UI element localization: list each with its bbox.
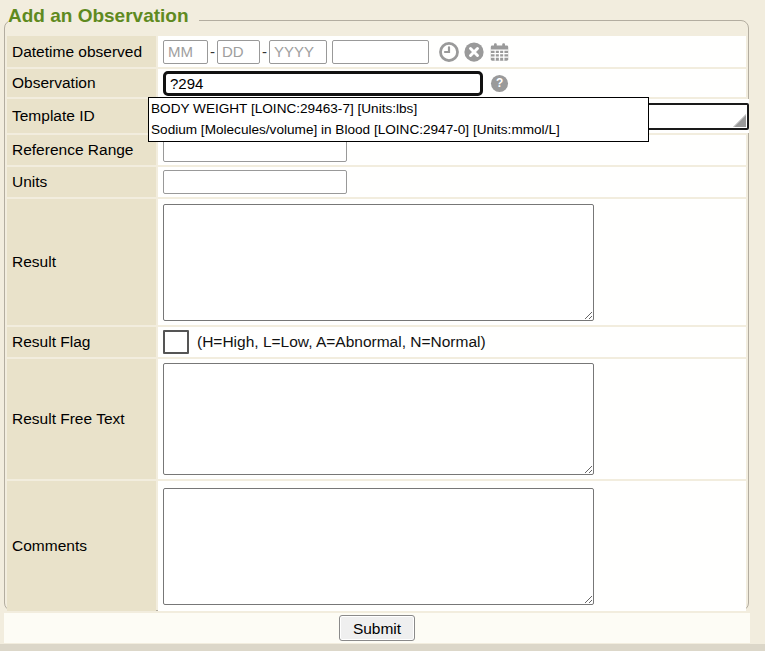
day-input[interactable] bbox=[217, 40, 260, 64]
help-icon[interactable]: ? bbox=[490, 74, 509, 93]
datetime-observed-row: Datetime observed - - bbox=[7, 36, 746, 67]
calendar-icon[interactable] bbox=[488, 41, 511, 63]
result-label: Result bbox=[7, 199, 156, 325]
units-field bbox=[158, 167, 746, 197]
units-label: Units bbox=[7, 167, 156, 197]
datetime-observed-field: - - bbox=[158, 36, 746, 67]
comments-textarea[interactable] bbox=[163, 488, 594, 605]
autocomplete-item[interactable]: Sodium [Molecules/volume] in Blood [LOIN… bbox=[151, 119, 645, 140]
comments-row: Comments bbox=[7, 481, 746, 611]
result-free-text-label: Result Free Text bbox=[7, 359, 156, 479]
observation-field: ? bbox=[158, 69, 746, 97]
result-field bbox=[158, 199, 746, 325]
date-separator: - bbox=[210, 43, 215, 60]
observation-row: Observation ? bbox=[7, 69, 746, 97]
result-flag-field: (H=High, L=Low, A=Abnormal, N=Normal) bbox=[158, 327, 746, 357]
autocomplete-item[interactable]: BODY WEIGHT [LOINC:29463-7] [Units:lbs] bbox=[151, 98, 645, 119]
submit-button[interactable]: Submit bbox=[339, 615, 415, 641]
svg-text:?: ? bbox=[496, 76, 503, 90]
result-row: Result bbox=[7, 199, 746, 325]
clear-icon[interactable] bbox=[463, 41, 485, 63]
result-flag-hint: (H=High, L=Low, A=Abnormal, N=Normal) bbox=[197, 333, 486, 351]
month-input[interactable] bbox=[163, 40, 208, 64]
select-corner-arrow-icon bbox=[733, 114, 746, 127]
datetime-observed-label: Datetime observed bbox=[7, 36, 156, 67]
result-flag-label: Result Flag bbox=[7, 327, 156, 357]
submit-row: Submit bbox=[4, 613, 750, 643]
bottom-edge-strip bbox=[0, 644, 765, 651]
units-row: Units bbox=[7, 167, 746, 197]
result-free-text-field bbox=[158, 359, 746, 479]
observation-input[interactable] bbox=[163, 71, 483, 96]
comments-label: Comments bbox=[7, 481, 156, 611]
result-textarea[interactable] bbox=[163, 204, 594, 321]
template-id-label: Template ID bbox=[7, 99, 156, 133]
result-flag-row: Result Flag (H=High, L=Low, A=Abnormal, … bbox=[7, 327, 746, 357]
time-input[interactable] bbox=[332, 40, 429, 64]
result-free-text-textarea[interactable] bbox=[163, 363, 594, 475]
reference-range-label: Reference Range bbox=[7, 135, 156, 165]
page-title: Add an Observation bbox=[8, 5, 199, 27]
units-input[interactable] bbox=[163, 170, 347, 194]
comments-field bbox=[158, 481, 746, 611]
result-free-text-row: Result Free Text bbox=[7, 359, 746, 479]
year-input[interactable] bbox=[269, 40, 327, 64]
date-separator: - bbox=[262, 43, 267, 60]
observation-autocomplete-dropdown: BODY WEIGHT [LOINC:29463-7] [Units:lbs] … bbox=[148, 97, 649, 142]
clock-icon[interactable] bbox=[438, 41, 460, 63]
observation-label: Observation bbox=[7, 69, 156, 97]
result-flag-input[interactable] bbox=[163, 330, 189, 354]
